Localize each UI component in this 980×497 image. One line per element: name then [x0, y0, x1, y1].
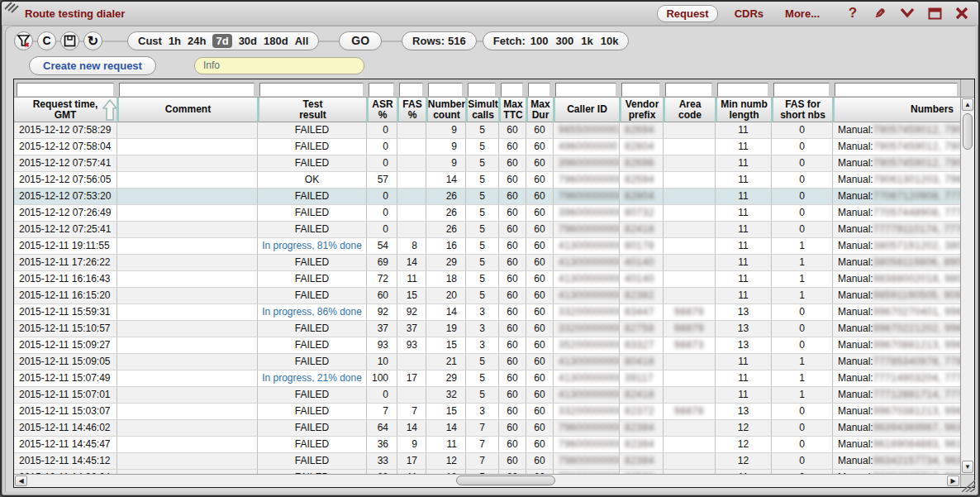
column-header-4[interactable]: FAS % — [397, 98, 426, 122]
table-row[interactable]: 2015-12-11 16:15:20FAILED601520560604130… — [14, 288, 960, 304]
column-header-13[interactable]: FAS for short nbs — [771, 98, 832, 122]
filter-input-col13[interactable] — [773, 83, 830, 97]
filter-input-col4[interactable] — [399, 83, 423, 97]
drag-grip-icon[interactable] — [7, 7, 20, 20]
column-header-2[interactable]: Test result — [257, 98, 366, 122]
cnt-value: 26 — [446, 207, 457, 218]
window-icon[interactable] — [926, 5, 943, 22]
timerange-24h[interactable]: 24h — [188, 35, 206, 47]
close-icon[interactable] — [954, 5, 970, 22]
scroll-up-icon[interactable]: ▲ — [962, 98, 973, 111]
fetch-300[interactable]: 300 — [556, 35, 574, 47]
fetch-1k[interactable]: 1k — [581, 35, 592, 47]
table-row[interactable]: 2015-12-12 07:58:04FAILED095606049600000… — [14, 139, 960, 155]
table-row[interactable]: 2015-12-12 07:57:41FAILED095606039600000… — [14, 155, 960, 172]
numbers-redacted: 99670381213, 9967092 — [873, 405, 960, 417]
vertical-scrollbar[interactable]: ▲ ▼ — [960, 79, 974, 474]
scroll-right-icon[interactable]: ▶ — [947, 475, 959, 486]
timerange-all[interactable]: All — [295, 35, 309, 47]
timerange-180d[interactable]: 180d — [264, 35, 288, 47]
column-header-11[interactable]: Area code — [663, 98, 715, 122]
column-header-12[interactable]: Min numb length — [715, 98, 771, 122]
table-row[interactable]: 2015-12-11 15:09:27FAILED939315360603520… — [14, 337, 960, 354]
info-input[interactable]: Info — [194, 57, 364, 74]
column-header-1[interactable]: Comment — [117, 98, 257, 122]
filter-input-col10[interactable] — [621, 83, 660, 97]
tab-cdrs[interactable]: CDRs — [730, 6, 768, 22]
timerange-cust[interactable]: Cust — [138, 35, 162, 47]
cnt-value: 15 — [446, 405, 457, 417]
filter-input-col6[interactable] — [468, 83, 496, 97]
table-row[interactable]: 2015-12-12 07:53:20FAILED026560607960000… — [14, 189, 960, 205]
cell-ml: 13 — [715, 321, 771, 337]
create-new-request-button[interactable]: Create new request — [29, 56, 156, 75]
horizontal-scroll-thumb[interactable] — [456, 475, 555, 485]
table-row[interactable]: 2015-12-11 14:46:02FAILED641414760607960… — [14, 420, 960, 437]
table-row[interactable]: 2015-12-11 14:45:47FAILED369117606079600… — [14, 437, 960, 453]
column-header-9[interactable]: Caller ID — [553, 98, 619, 122]
filter-input-col2[interactable] — [259, 83, 364, 97]
filter-input-col14[interactable] — [835, 83, 958, 97]
resize-grip-icon[interactable] — [959, 477, 975, 492]
table-row[interactable]: 2015-12-12 07:25:41FAILED026560607960000… — [14, 222, 960, 238]
table-row[interactable]: 2015-12-12 07:58:29FAILED095606096550000… — [14, 122, 960, 139]
filter-input-col3[interactable] — [369, 83, 394, 97]
filter-input-col5[interactable] — [428, 83, 463, 97]
column-header-5[interactable]: Number count — [426, 98, 465, 122]
filter-input-col8[interactable] — [528, 83, 550, 97]
cell-t: 2015-12-12 07:58:29 — [14, 122, 117, 139]
timerange-30d[interactable]: 30d — [239, 35, 257, 47]
asr-value: 72 — [378, 273, 388, 284]
refresh-icon[interactable]: ↻ — [83, 31, 102, 50]
column-header-6[interactable]: Simult calls — [465, 98, 498, 122]
fetch-10k[interactable]: 10k — [601, 35, 619, 47]
table-row[interactable]: 2015-12-11 15:03:07FAILED771536060332000… — [14, 404, 960, 420]
save-icon[interactable] — [60, 31, 79, 50]
cell-ttc: 60 — [498, 354, 526, 370]
t-value: 2015-12-11 19:11:55 — [19, 240, 110, 251]
filter-input-col1[interactable] — [119, 83, 255, 97]
column-header-7[interactable]: Max TTC — [498, 98, 526, 122]
t-value: 2015-12-12 07:57:41 — [19, 157, 111, 169]
column-header-0[interactable]: Request time, GMT — [14, 98, 117, 122]
edit-icon[interactable]: ✎ — [872, 5, 888, 22]
column-header-3[interactable]: ASR % — [366, 98, 397, 122]
timerange-1h[interactable]: 1h — [169, 35, 181, 47]
table-row[interactable]: 2015-12-12 07:56:05OK5714560607960000000… — [14, 172, 960, 189]
table-row[interactable]: 2015-12-11 15:59:31In progress, 86% done… — [14, 304, 960, 321]
filter-icon[interactable]: ✖ — [14, 31, 33, 50]
chevron-down-icon[interactable] — [899, 5, 916, 22]
filter-input-col12[interactable] — [717, 83, 768, 97]
scroll-left-icon[interactable]: ◀ — [15, 475, 27, 486]
table-row[interactable]: 2015-12-11 15:09:05FAILED102156060413000… — [14, 354, 960, 370]
horizontal-scrollbar[interactable]: ◀ ▶ — [14, 474, 960, 487]
column-header-10[interactable]: Vendor prefix — [619, 98, 663, 122]
table-row[interactable]: 2015-12-12 07:26:49FAILED026560603960000… — [14, 205, 960, 222]
filter-input-col9[interactable] — [555, 83, 616, 97]
filter-input-col7[interactable] — [501, 83, 523, 97]
table-row[interactable]: 2015-12-11 15:07:49In progress, 21% done… — [14, 370, 960, 387]
vertical-scroll-thumb[interactable] — [963, 113, 973, 150]
tab-more[interactable]: More... — [780, 6, 825, 22]
table-row[interactable]: 2015-12-11 15:07:01FAILED032560604130000… — [14, 387, 960, 404]
table-row[interactable]: 2015-12-11 17:26:22FAILED691429560604130… — [14, 255, 960, 271]
fetch-100[interactable]: 100 — [530, 35, 549, 47]
help-icon[interactable]: ? — [844, 5, 861, 22]
cell-asr: 10 — [366, 354, 397, 370]
table-row[interactable]: 2015-12-11 19:11:55In progress, 81% done… — [14, 238, 960, 255]
table-row[interactable]: 2015-12-11 15:10:57FAILED373719360603320… — [14, 321, 960, 337]
fs-value: 0 — [799, 141, 805, 152]
asr-value: 54 — [378, 240, 388, 251]
filter-input-col11[interactable] — [665, 83, 712, 97]
cell-sim: 5 — [465, 122, 498, 139]
timerange-7d[interactable]: 7d — [212, 34, 231, 48]
scroll-down-icon[interactable]: ▼ — [962, 461, 973, 473]
column-header-14[interactable]: Numbers — [832, 98, 960, 122]
table-row[interactable]: 2015-12-11 14:45:12FAILED331712760607980… — [14, 453, 960, 470]
column-header-8[interactable]: Max Dur — [526, 98, 553, 122]
filter-input-col0[interactable] — [17, 83, 114, 97]
go-button[interactable]: GO — [339, 31, 382, 50]
clear-button[interactable]: C — [37, 31, 56, 50]
table-row[interactable]: 2015-12-11 16:16:43FAILED721118560604130… — [14, 271, 960, 288]
tab-request[interactable]: Request — [657, 5, 717, 22]
